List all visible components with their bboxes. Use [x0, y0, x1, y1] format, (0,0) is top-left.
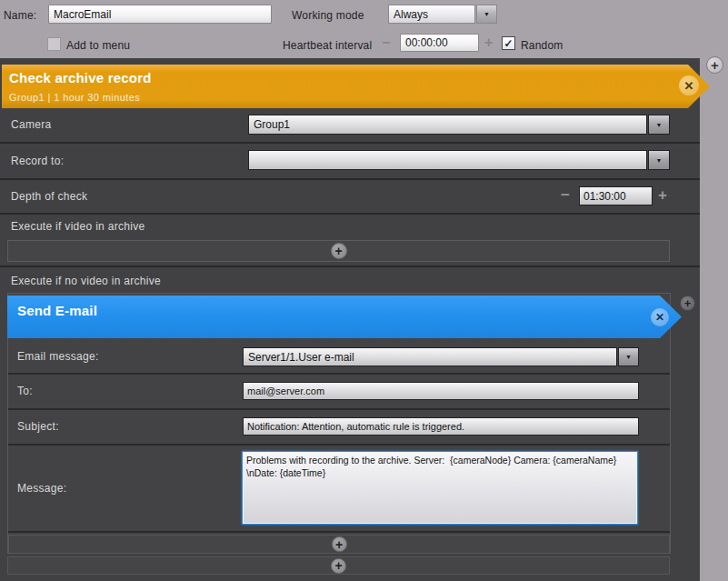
add-subaction-top-button[interactable]: + — [680, 296, 695, 311]
camera-select[interactable]: Group1 — [248, 115, 647, 135]
depth-of-check-input[interactable] — [579, 186, 653, 205]
check-archive-record-title: Check archive record — [9, 70, 152, 85]
working-mode-dropdown-button[interactable]: ▼ — [476, 5, 497, 24]
heartbeat-interval-label: Heartbeat interval — [283, 39, 372, 52]
execute-if-video-dropzone: + — [7, 240, 670, 262]
email-message-dropdown-button[interactable]: ▼ — [618, 347, 639, 366]
heartbeat-plus-button[interactable]: + — [484, 35, 493, 50]
chevron-down-icon: ▼ — [656, 157, 663, 164]
record-to-label: Record to: — [11, 155, 64, 167]
macro-settings-dialog: Name: Working mode Always ▼ Add to menu … — [0, 0, 728, 581]
plus-icon: + — [684, 297, 692, 309]
to-label: To: — [17, 385, 33, 397]
row-separator — [0, 213, 700, 215]
camera-value: Group1 — [254, 118, 290, 131]
working-mode-label: Working mode — [292, 9, 364, 22]
working-mode-value: Always — [394, 8, 428, 21]
email-message-label: Email message: — [17, 350, 99, 363]
section-separator — [0, 265, 700, 267]
add-email-action-button[interactable]: + — [332, 536, 347, 552]
chevron-down-icon: ▼ — [484, 11, 490, 17]
send-email-title: Send E-mail — [17, 303, 97, 318]
email-message-select[interactable]: Server1/1.User e-mail — [243, 347, 617, 366]
row-separator — [0, 178, 700, 180]
camera-dropdown-button[interactable]: ▼ — [648, 115, 670, 135]
execute-if-video-label: Execute if video in archive — [11, 220, 145, 233]
macro-add-dropzone: + — [7, 556, 670, 575]
add-action-top-button[interactable]: + — [706, 56, 723, 74]
send-email-header: Send E-mail ✕ — [7, 296, 682, 338]
plus-icon: + — [334, 245, 342, 257]
row-separator — [8, 444, 670, 446]
chevron-down-icon: ▼ — [656, 122, 663, 128]
heartbeat-input[interactable] — [400, 34, 479, 52]
plus-icon: + — [334, 559, 342, 572]
add-to-menu-label: Add to menu — [66, 39, 130, 52]
close-icon: ✕ — [655, 312, 664, 323]
depth-minus-button[interactable]: − — [561, 187, 570, 203]
plus-icon: + — [335, 538, 343, 551]
message-textarea[interactable]: Problems with recording to the archive. … — [242, 451, 638, 525]
add-to-menu-checkbox[interactable] — [47, 37, 61, 51]
check-archive-record-header: Check archive record Group1 | 1 hour 30 … — [2, 65, 710, 108]
heartbeat-minus-button[interactable]: − — [382, 35, 390, 50]
random-label: Random — [521, 39, 563, 52]
plus-icon: + — [711, 58, 719, 72]
email-message-value: Server1/1.User e-mail — [248, 351, 354, 364]
row-separator — [8, 408, 670, 410]
name-label: Name: — [4, 9, 36, 22]
close-check-archive-button[interactable]: ✕ — [679, 75, 699, 95]
record-to-dropdown-button[interactable]: ▼ — [648, 150, 670, 170]
email-add-dropzone: + — [8, 535, 670, 554]
row-separator — [0, 142, 700, 144]
working-mode-select[interactable]: Always — [388, 5, 475, 24]
subject-label: Subject: — [17, 420, 59, 433]
subject-input[interactable] — [243, 417, 639, 436]
chevron-down-icon: ▼ — [625, 354, 632, 360]
random-checkbox[interactable]: ✓ — [502, 36, 515, 50]
execute-if-no-video-label: Execute if no video in archive — [11, 275, 161, 287]
message-label: Message: — [17, 482, 66, 495]
checkmark-icon: ✓ — [504, 37, 513, 50]
record-to-select[interactable] — [248, 150, 647, 170]
depth-of-check-label: Depth of check — [11, 190, 87, 203]
name-input[interactable] — [48, 5, 272, 24]
close-send-email-button[interactable]: ✕ — [651, 308, 669, 326]
row-separator — [8, 373, 670, 375]
to-input[interactable] — [243, 382, 639, 400]
close-icon: ✕ — [684, 80, 694, 92]
camera-label: Camera — [11, 118, 51, 131]
add-macro-action-button[interactable]: + — [331, 558, 346, 574]
add-video-action-button[interactable]: + — [331, 243, 347, 259]
row-separator — [8, 531, 670, 533]
check-archive-record-subtitle: Group1 | 1 hour 30 minutes — [9, 92, 140, 103]
depth-plus-button[interactable]: + — [658, 187, 667, 203]
